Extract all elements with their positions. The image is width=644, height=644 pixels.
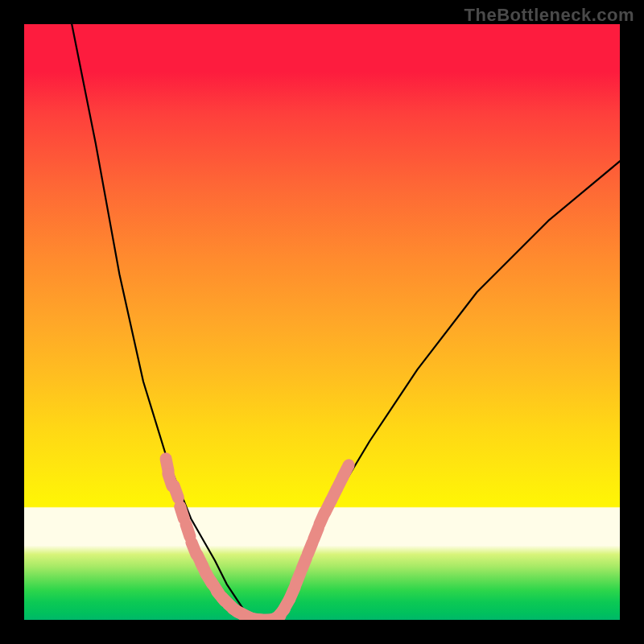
bead-marker [174,485,178,497]
chart-frame: TheBottleneck.com [0,0,644,644]
black-curves [72,24,620,620]
plot-area [24,24,620,620]
curve-layer [24,24,620,620]
curve-left-curve [72,24,250,620]
bead-marker [180,506,184,518]
watermark-text: TheBottleneck.com [464,5,634,26]
bead-marker [186,524,190,536]
curve-right-curve [275,161,620,620]
pink-markers [166,459,349,620]
bead-marker [343,465,349,477]
